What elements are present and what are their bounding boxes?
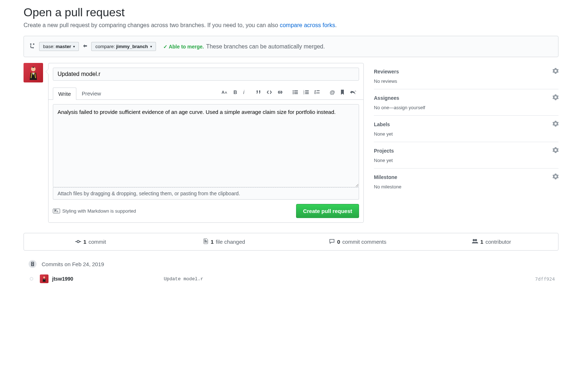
- stats-bar: 1 commit ± 1 file changed 0 commit comme…: [24, 233, 558, 251]
- commit-message[interactable]: Update model.r: [77, 276, 531, 282]
- user-avatar[interactable]: [24, 63, 43, 82]
- svg-point-28: [43, 277, 45, 278]
- svg-text:i: i: [243, 90, 245, 95]
- page-title: Open a pull request: [24, 6, 558, 19]
- gear-icon[interactable]: [553, 174, 558, 180]
- svg-rect-20: [317, 93, 320, 93]
- repo-push-icon: [28, 259, 37, 269]
- file-diff-icon: ±: [203, 238, 208, 245]
- timeline-dot-icon: [30, 277, 33, 281]
- svg-text:3: 3: [303, 93, 304, 95]
- bold-icon[interactable]: B: [232, 89, 238, 95]
- svg-text:A: A: [225, 91, 227, 95]
- commit-author-avatar[interactable]: [40, 274, 48, 283]
- svg-point-10: [293, 93, 294, 94]
- create-pr-button[interactable]: Create pull request: [296, 204, 359, 218]
- markdown-toolbar: AA B i 123 @: [221, 89, 359, 98]
- attach-hint[interactable]: Attach files by dragging & dropping, sel…: [53, 187, 359, 200]
- write-tab[interactable]: Write: [53, 88, 76, 100]
- pr-form: Write Preview AA B i: [48, 63, 364, 223]
- comment-icon: [329, 239, 335, 245]
- markdown-hint[interactable]: M↓ Styling with Markdown is supported: [53, 208, 136, 214]
- reviewers-value: No reviews: [374, 78, 558, 84]
- preview-tab[interactable]: Preview: [76, 87, 106, 99]
- assignees-title: Assignees: [374, 95, 399, 101]
- markdown-badge-icon: M↓: [53, 209, 60, 213]
- gear-icon[interactable]: [553, 147, 558, 154]
- italic-icon[interactable]: i: [242, 89, 247, 95]
- gear-icon[interactable]: [553, 121, 558, 128]
- gear-icon[interactable]: [553, 94, 558, 101]
- pr-body-textarea[interactable]: Analysis failed to provide sufficient ev…: [53, 104, 359, 187]
- caret-down-icon: ▾: [150, 44, 152, 48]
- svg-rect-19: [315, 92, 316, 94]
- link-icon[interactable]: [277, 89, 284, 95]
- quote-icon[interactable]: [255, 89, 262, 95]
- commit-sha[interactable]: 7dff924: [535, 276, 558, 282]
- svg-rect-1: [33, 67, 34, 68]
- text-size-icon[interactable]: AA: [221, 89, 229, 96]
- tasklist-icon[interactable]: [313, 89, 321, 95]
- reply-icon[interactable]: [349, 89, 357, 95]
- page-subheading: Create a new pull request by comparing c…: [24, 22, 558, 29]
- commit-author[interactable]: jtsw1990: [52, 276, 73, 282]
- commits-timeline: Commits on Feb 24, 2019 jtsw1990 Update …: [28, 259, 558, 283]
- git-compare-icon: [30, 43, 35, 50]
- assign-yourself-link[interactable]: assign yourself: [394, 105, 425, 110]
- milestone-title: Milestone: [374, 174, 397, 180]
- svg-rect-17: [305, 93, 309, 94]
- comments-stat[interactable]: 0 commit comments: [291, 233, 425, 250]
- compare-forks-link[interactable]: compare across forks: [280, 22, 335, 28]
- svg-text:@: @: [330, 89, 335, 95]
- svg-rect-9: [294, 92, 298, 93]
- contributors-stat[interactable]: 1 contributor: [425, 233, 558, 250]
- ul-icon[interactable]: [292, 89, 299, 95]
- sidebar: Reviewers No reviews Assignees No one—as…: [374, 63, 558, 223]
- svg-rect-7: [294, 90, 298, 91]
- svg-rect-18: [317, 90, 320, 91]
- commit-icon: [75, 239, 81, 245]
- commits-stat[interactable]: 1 commit: [24, 233, 157, 250]
- svg-point-22: [77, 240, 79, 243]
- ol-icon[interactable]: 123: [303, 89, 310, 95]
- files-stat[interactable]: ± 1 file changed: [157, 233, 291, 250]
- compare-branch-selector[interactable]: compare: jimmy_branch▾: [91, 42, 156, 51]
- commit-row[interactable]: jtsw1990 Update model.r 7dff924: [28, 274, 558, 283]
- people-icon: [472, 239, 478, 245]
- bookmark-icon[interactable]: [340, 89, 345, 96]
- check-icon: ✓: [163, 44, 168, 50]
- projects-value: None yet: [374, 158, 558, 163]
- svg-point-27: [475, 239, 477, 241]
- merge-status: ✓ Able to merge. These branches can be a…: [163, 43, 325, 50]
- milestone-value: No milestone: [374, 184, 558, 189]
- assignees-value: No one—assign yourself: [374, 105, 558, 110]
- gear-icon[interactable]: [553, 68, 558, 75]
- commits-date-header: Commits on Feb 24, 2019: [42, 261, 104, 267]
- svg-point-8: [293, 92, 294, 93]
- svg-rect-15: [305, 92, 309, 93]
- svg-point-26: [473, 239, 475, 241]
- code-icon[interactable]: [266, 89, 273, 95]
- mention-icon[interactable]: @: [329, 89, 336, 96]
- svg-point-6: [293, 90, 294, 91]
- svg-text:A: A: [222, 90, 225, 95]
- caret-down-icon: ▾: [73, 44, 75, 48]
- base-branch-selector[interactable]: base: master▾: [39, 42, 79, 51]
- labels-title: Labels: [374, 122, 390, 127]
- svg-rect-13: [305, 90, 309, 91]
- branch-compare-panel: base: master▾ compare: jimmy_branch▾ ✓ A…: [24, 36, 558, 57]
- svg-text:±: ±: [205, 239, 206, 242]
- svg-text:B: B: [233, 90, 237, 95]
- labels-value: None yet: [374, 131, 558, 137]
- pr-title-input[interactable]: [53, 68, 359, 81]
- arrow-left-icon: [83, 43, 88, 50]
- svg-rect-11: [294, 93, 298, 94]
- projects-title: Projects: [374, 148, 394, 154]
- reviewers-title: Reviewers: [374, 69, 399, 74]
